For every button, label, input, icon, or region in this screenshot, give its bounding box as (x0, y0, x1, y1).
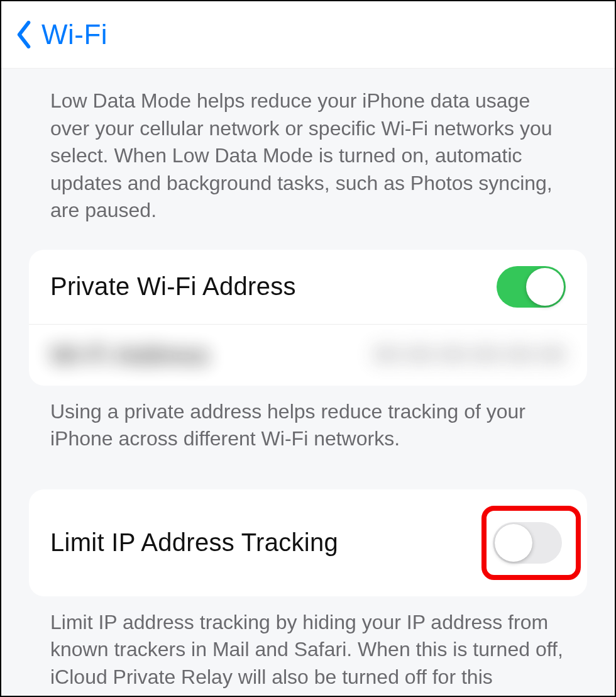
private-wifi-description: Using a private address helps reduce tra… (1, 386, 615, 459)
wifi-address-value: 00:00:00:00:00:00 (373, 342, 566, 369)
toggle-knob (526, 268, 564, 306)
low-data-mode-description: Low Data Mode helps reduce your iPhone d… (1, 69, 615, 250)
limit-ip-tracking-row: Limit IP Address Tracking (29, 489, 587, 596)
content-area: Low Data Mode helps reduce your iPhone d… (1, 69, 615, 697)
private-wifi-address-label: Private Wi-Fi Address (50, 272, 296, 301)
private-wifi-panel: Private Wi-Fi Address Wi-Fi Address 00:0… (29, 250, 587, 386)
wifi-address-row: Wi-Fi Address 00:00:00:00:00:00 (29, 324, 587, 386)
limit-ip-description: Limit IP address tracking by hiding your… (1, 596, 615, 697)
chevron-left-icon[interactable] (15, 21, 33, 48)
limit-ip-tracking-label: Limit IP Address Tracking (50, 528, 338, 557)
nav-header: Wi-Fi (1, 1, 615, 69)
back-label[interactable]: Wi-Fi (41, 19, 107, 50)
highlight-annotation (481, 506, 581, 580)
toggle-knob (495, 524, 532, 562)
private-wifi-toggle[interactable] (497, 266, 566, 308)
limit-ip-toggle[interactable] (493, 522, 562, 564)
wifi-address-label: Wi-Fi Address (50, 341, 209, 369)
private-wifi-address-row: Private Wi-Fi Address (29, 250, 587, 324)
limit-ip-panel: Limit IP Address Tracking (29, 489, 587, 596)
